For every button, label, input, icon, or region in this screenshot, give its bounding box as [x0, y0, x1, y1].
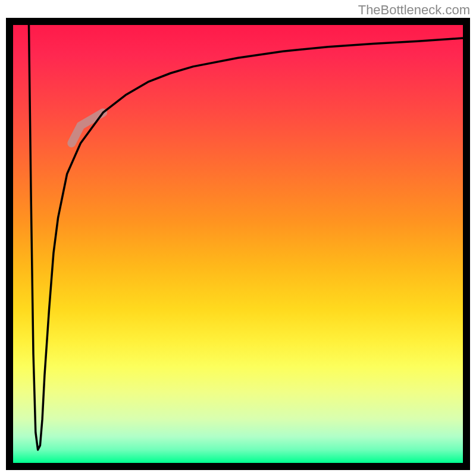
bottleneck-curve-path: [29, 25, 464, 450]
chart-container: [6, 18, 470, 470]
curve-svg: [13, 25, 463, 463]
watermark-text: TheBottleneck.com: [358, 2, 470, 18]
highlight-segment: [71, 112, 103, 143]
curve-group: [29, 25, 464, 450]
plot-area: [6, 18, 470, 470]
